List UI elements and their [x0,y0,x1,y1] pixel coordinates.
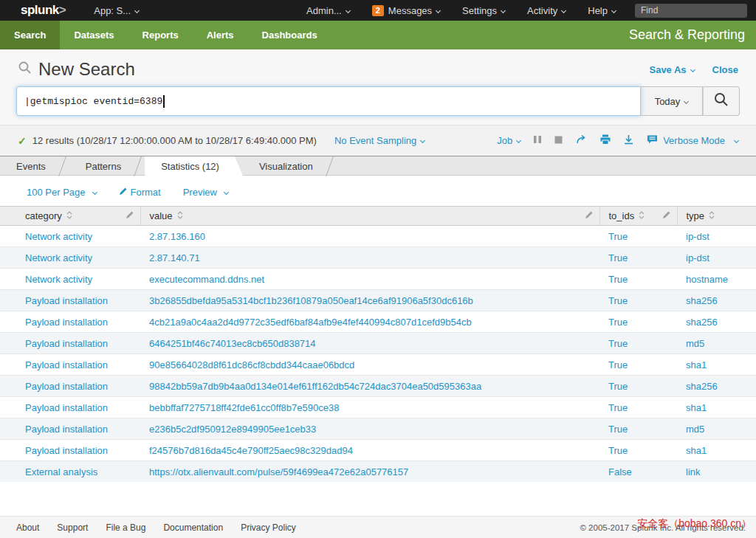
help-menu[interactable]: Help [588,5,616,16]
cell-type[interactable]: ip-dst [677,247,756,269]
cell-value[interactable]: 4cb21a9a0c4aa2d4d9772c35edf6baf84afb9e4f… [140,311,599,333]
cell-to-ids[interactable]: True [599,269,677,290]
cell-category[interactable]: Payload installation [0,440,140,461]
cell-type[interactable]: ip-dst [677,226,756,247]
cell-type[interactable]: hostname [677,269,756,290]
per-page-menu[interactable]: 100 Per Page [27,187,97,198]
cell-to-ids[interactable]: True [599,226,677,247]
admin-menu[interactable]: Admin... [306,5,350,16]
save-as-button[interactable]: Save As [649,64,694,75]
cell-category[interactable]: Payload installation [0,311,140,333]
nav-item-reports[interactable]: Reports [128,21,193,49]
cell-type[interactable]: sha1 [677,354,756,376]
cell-to-ids[interactable]: True [599,354,677,376]
share-button[interactable] [576,134,587,147]
cell-type[interactable]: sha256 [677,376,756,397]
cell-to-ids[interactable]: True [599,333,677,354]
column-header-type[interactable]: type [677,207,756,226]
search-mode-menu[interactable]: Verbose Mode [647,135,738,147]
cell-category[interactable]: Network activity [0,226,140,247]
cell-value[interactable]: https://otx.alienvault.com/pulse/59f4699… [140,461,599,483]
cell-category[interactable]: Payload installation [0,290,140,311]
splunk-logo[interactable]: splunk> [21,3,66,18]
column-header-value[interactable]: value [140,207,599,226]
column-header-category[interactable]: category [0,207,140,226]
pause-button[interactable] [534,135,541,146]
cell-to-ids[interactable]: True [599,247,677,269]
format-button[interactable]: Format [119,187,161,198]
cell-value[interactable]: executecommand.ddns.net [140,269,599,290]
cell-value[interactable]: 6464251bf46c74013ec8cb650d838714 [140,333,599,354]
event-sampling-menu[interactable]: No Event Sampling [334,135,425,146]
edit-column-icon[interactable] [585,210,594,221]
footer-link-privacy-policy[interactable]: Privacy Policy [241,523,296,533]
cell-value[interactable]: f24576b7d816da45c4e790ff25aec98c329dad94 [140,440,599,461]
column-header-to-ids[interactable]: to_ids [599,207,677,226]
footer-link-file-a-bug[interactable]: File a Bug [106,523,145,533]
cell-to-ids[interactable]: True [599,290,677,311]
tab-visualization[interactable]: Visualization [243,156,337,176]
export-button[interactable] [624,134,633,147]
cell-to-ids[interactable]: True [599,311,677,333]
cell-type[interactable]: link [677,461,756,483]
table-row: Network activity executecommand.ddns.net… [0,269,756,290]
cell-type[interactable]: sha1 [677,440,756,461]
settings-menu[interactable]: Settings [462,5,505,16]
app-menu[interactable]: App: S... [94,5,139,16]
cell-to-ids[interactable]: False [599,461,677,483]
tab-patterns[interactable]: Patterns [69,156,145,176]
sort-icon[interactable] [709,210,715,221]
print-button[interactable] [600,134,611,147]
nav-item-alerts[interactable]: Alerts [193,21,248,49]
sort-icon[interactable] [177,210,183,221]
cell-category[interactable]: Payload installation [0,376,140,397]
cell-category[interactable]: Network activity [0,247,140,269]
stop-button[interactable] [554,135,563,146]
nav-item-search[interactable]: Search [0,21,60,49]
nav-item-dashboards[interactable]: Dashboards [248,21,331,49]
cell-type[interactable]: sha256 [677,311,756,333]
job-menu[interactable]: Job [497,135,520,146]
cell-type[interactable]: md5 [677,418,756,440]
edit-column-icon[interactable] [662,210,671,221]
tab-events[interactable]: Events [0,156,69,176]
footer-link-documentation[interactable]: Documentation [163,523,223,533]
footer-link-about[interactable]: About [16,523,39,533]
cell-value[interactable]: 98842bb59a7db9b4aa0d134e014ef61ff162db54… [140,376,599,397]
sort-icon[interactable] [639,210,645,221]
cell-to-ids[interactable]: True [599,376,677,397]
cell-category[interactable]: Payload installation [0,333,140,354]
job-menu-label: Job [497,135,512,146]
cell-to-ids[interactable]: True [599,440,677,461]
cell-category[interactable]: Network activity [0,269,140,290]
cell-value[interactable]: 2.87.136.160 [140,226,599,247]
cell-category[interactable]: Payload installation [0,397,140,418]
cell-to-ids[interactable]: True [599,418,677,440]
sort-icon[interactable] [66,210,72,221]
cell-value[interactable]: bebbffaf7275718ff42fde61cc0ff8b7e590ce38 [140,397,599,418]
time-range-picker[interactable]: Today [641,86,703,116]
cell-value[interactable]: 2.87.140.71 [140,247,599,269]
cell-category[interactable]: Payload installation [0,354,140,376]
edit-column-icon[interactable] [126,210,134,221]
close-button[interactable]: Close [712,64,738,75]
messages-menu[interactable]: 2 Messages [372,5,440,16]
cell-value[interactable]: e236b5c2df950912e8949905ee1ceb33 [140,418,599,440]
cell-type[interactable]: md5 [677,333,756,354]
cell-type[interactable]: sha256 [677,290,756,311]
nav-item-datasets[interactable]: Datasets [60,21,128,49]
cell-category[interactable]: External analysis [0,461,140,483]
activity-menu[interactable]: Activity [527,5,566,16]
find-input[interactable] [635,4,747,18]
search-query-input[interactable]: |getmispioc eventid=6389 [16,86,641,116]
cell-category[interactable]: Payload installation [0,418,140,440]
search-submit-button[interactable] [703,86,740,116]
cell-to-ids[interactable]: True [599,397,677,418]
cell-value[interactable]: 3b26855dbefda95a5314bcf1b236f10879a050ea… [140,290,599,311]
close-label: Close [712,64,738,75]
cell-type[interactable]: sha1 [677,397,756,418]
tab-statistics[interactable]: Statistics (12) [145,156,243,176]
cell-value[interactable]: 90e85664028d8f61dc86cf8cbdd344caae06bdcd [140,354,599,376]
preview-menu[interactable]: Preview [183,187,228,198]
footer-link-support[interactable]: Support [57,523,88,533]
